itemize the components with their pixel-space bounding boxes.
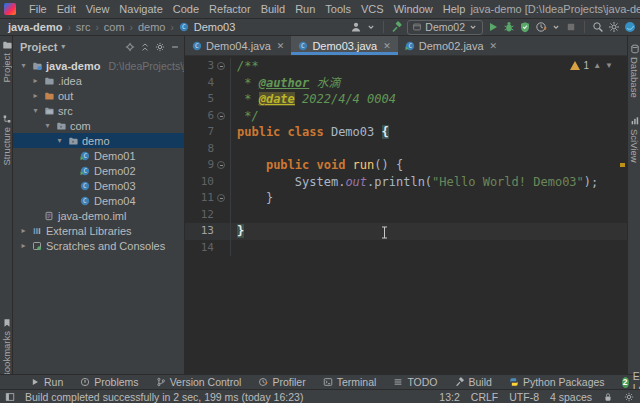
- project-panel-title[interactable]: Project: [20, 41, 57, 53]
- tab-close-icon[interactable]: ✕: [383, 41, 391, 51]
- breadcrumb-item-java-demo[interactable]: java-demo: [8, 21, 62, 33]
- run-button[interactable]: [487, 21, 499, 33]
- tab-close-icon[interactable]: ✕: [277, 41, 285, 51]
- tree-row-external-libraries[interactable]: ▸External Libraries: [13, 223, 184, 238]
- tab-demo02.java[interactable]: CDemo02.java✕: [398, 36, 504, 55]
- prev-warning-icon[interactable]: ▲: [593, 61, 601, 70]
- select-opened-file-button[interactable]: [125, 42, 135, 52]
- tool-stripe-sciview[interactable]: SciView: [628, 116, 640, 163]
- tool-window-button-version-control[interactable]: Version Control: [156, 376, 242, 388]
- tool-stripe-database[interactable]: Database: [628, 44, 640, 98]
- tool-stripe-structure[interactable]: Structure: [0, 114, 13, 166]
- indent-setting[interactable]: 4 spaces: [550, 391, 592, 403]
- chevron-collapsed-icon[interactable]: ▸: [19, 226, 28, 235]
- menu-build[interactable]: Build: [256, 3, 290, 15]
- profiler-button[interactable]: [535, 21, 547, 33]
- search-everywhere-button[interactable]: [592, 21, 604, 33]
- gutter-line-12[interactable]: 12: [185, 207, 231, 224]
- settings-button[interactable]: [608, 21, 620, 33]
- tree-row-demo03[interactable]: CDemo03: [13, 178, 184, 193]
- debug-button[interactable]: [503, 21, 515, 33]
- hide-panel-button[interactable]: [170, 42, 180, 52]
- menu-edit[interactable]: Edit: [52, 3, 81, 15]
- run-with-coverage-button[interactable]: [519, 21, 531, 33]
- tree-row-demo02[interactable]: CDemo02: [13, 163, 184, 178]
- status-settings-icon[interactable]: [624, 392, 634, 402]
- build-project-button[interactable]: [391, 21, 403, 33]
- gutter-line-13[interactable]: 13: [185, 223, 231, 240]
- tool-stripe-project[interactable]: Project: [0, 40, 13, 83]
- inspection-widget[interactable]: 1 ▲ ▼: [570, 60, 613, 71]
- tree-row-java-demo[interactable]: ▾java-demoD:\IdeaProjects\java-demo: [13, 58, 184, 73]
- tool-window-button-build[interactable]: Build: [455, 376, 492, 388]
- tool-window-button-todo[interactable]: TODO: [393, 376, 437, 388]
- breadcrumb-item-com[interactable]: com: [104, 21, 125, 33]
- tool-window-button-problems[interactable]: Problems: [80, 376, 138, 388]
- stop-button[interactable]: [565, 21, 577, 33]
- menu-tools[interactable]: Tools: [320, 3, 356, 15]
- menu-view[interactable]: View: [81, 3, 115, 15]
- menu-refactor[interactable]: Refactor: [204, 3, 256, 15]
- gutter-line-5[interactable]: 5: [185, 91, 231, 108]
- write-access-lock-icon[interactable]: [603, 392, 613, 402]
- collapse-all-button[interactable]: [140, 42, 150, 52]
- fold-marker-icon[interactable]: [216, 61, 226, 71]
- tab-close-icon[interactable]: ✕: [490, 41, 498, 51]
- breadcrumb-item-demo[interactable]: demo: [138, 21, 166, 33]
- gutter-line-14[interactable]: 14: [185, 240, 231, 257]
- menu-vcs[interactable]: VCS: [356, 3, 389, 15]
- user-icon[interactable]: [350, 21, 362, 33]
- profile-avatar[interactable]: [624, 21, 636, 33]
- code-editor[interactable]: 3/**4 * @author 水滴5 * @date 2022/4/4 000…: [185, 56, 627, 374]
- menu-help[interactable]: Help: [438, 3, 471, 15]
- chevron-expanded-icon[interactable]: ▾: [19, 61, 28, 70]
- gutter-line-10[interactable]: 10: [185, 174, 231, 191]
- panel-options-button[interactable]: [155, 42, 165, 52]
- chevron-collapsed-icon[interactable]: ▸: [31, 91, 40, 100]
- error-stripe-warning-mark[interactable]: [620, 163, 625, 167]
- breadcrumb-item-src[interactable]: src: [76, 21, 91, 33]
- menu-navigate[interactable]: Navigate: [114, 3, 167, 15]
- encoding[interactable]: UTF-8: [509, 391, 539, 403]
- tree-row-demo01[interactable]: CDemo01: [13, 148, 184, 163]
- tab-demo04.java[interactable]: CDemo04.java✕: [185, 36, 291, 55]
- gutter-line-9[interactable]: 9: [185, 157, 231, 174]
- menu-window[interactable]: Window: [389, 3, 438, 15]
- tree-row-java-demo-iml[interactable]: java-demo.iml: [13, 208, 184, 223]
- tree-row-com[interactable]: ▾com: [13, 118, 184, 133]
- line-ending[interactable]: CRLF: [471, 391, 498, 403]
- fold-marker-icon[interactable]: [216, 193, 226, 203]
- chevron-expanded-icon[interactable]: ▾: [31, 106, 40, 115]
- gutter-line-4[interactable]: 4: [185, 75, 231, 92]
- breadcrumb-item-Demo03[interactable]: Demo03: [194, 21, 236, 33]
- gutter-line-8[interactable]: 8: [185, 141, 231, 158]
- tool-window-button-run[interactable]: Run: [30, 376, 63, 388]
- tree-row-demo04[interactable]: CDemo04: [13, 193, 184, 208]
- chevron-down-icon[interactable]: [366, 22, 376, 32]
- chevron-expanded-icon[interactable]: ▾: [43, 121, 52, 130]
- status-message[interactable]: Build completed successfully in 2 sec, 1…: [25, 391, 303, 403]
- tool-window-button-profiler[interactable]: Profiler: [258, 376, 305, 388]
- fold-marker-icon[interactable]: [216, 111, 226, 121]
- chevron-down-icon[interactable]: [551, 22, 561, 32]
- menu-code[interactable]: Code: [168, 3, 204, 15]
- tool-window-button-terminal[interactable]: Terminal: [323, 376, 377, 388]
- gutter-line-11[interactable]: 11: [185, 190, 231, 207]
- toolwindow-toggle-icon[interactable]: [5, 392, 15, 402]
- tree-row-demo[interactable]: ▾demo: [13, 133, 184, 148]
- run-configuration-select[interactable]: Demo02: [407, 20, 483, 35]
- gutter-line-6[interactable]: 6: [185, 108, 231, 125]
- fold-marker-icon[interactable]: [216, 160, 226, 170]
- tool-window-button-python-packages[interactable]: Python Packages: [509, 376, 605, 388]
- tool-stripe-bookmarks[interactable]: Bookmarks: [0, 318, 13, 379]
- tree-row-out[interactable]: ▸out: [13, 88, 184, 103]
- next-warning-icon[interactable]: ▼: [605, 61, 613, 70]
- caret-position[interactable]: 13:2: [439, 391, 459, 403]
- chevron-expanded-icon[interactable]: ▾: [55, 136, 64, 145]
- chevron-collapsed-icon[interactable]: ▸: [31, 76, 40, 85]
- tree-row-scratches-and-consoles[interactable]: ▸Scratches and Consoles: [13, 238, 184, 253]
- tree-row-src[interactable]: ▾src: [13, 103, 184, 118]
- tab-demo03.java[interactable]: CDemo03.java✕: [291, 36, 397, 55]
- menu-run[interactable]: Run: [290, 3, 320, 15]
- gutter-line-3[interactable]: 3: [185, 58, 231, 75]
